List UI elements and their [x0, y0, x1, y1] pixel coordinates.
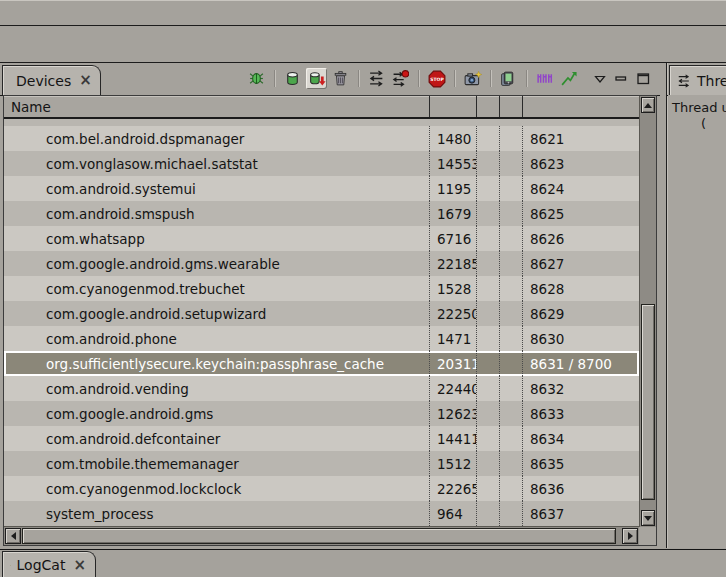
threads-message-line2: ( — [701, 116, 706, 131]
table-row[interactable]: com.android.smspush 1679 8625 — [4, 201, 639, 226]
cause-gc-icon[interactable] — [330, 68, 351, 89]
table-row[interactable]: com.google.android.setupwizard 22250 862… — [4, 301, 639, 326]
menu-item[interactable] — [48, 11, 70, 15]
process-name: com.vonglasow.michael.satstat — [4, 151, 430, 176]
screen-capture-icon[interactable] — [462, 68, 483, 89]
scroll-left-button[interactable] — [5, 528, 21, 544]
devices-toolbar: STOP — [246, 68, 650, 89]
tab-devices-label: Devices — [16, 73, 71, 89]
partial-row — [4, 119, 639, 126]
process-port: 8632 — [523, 376, 639, 401]
tab-devices[interactable]: Devices × — [2, 65, 101, 95]
process-name: com.whatsapp — [4, 226, 430, 251]
vertical-scrollbar[interactable] — [639, 96, 656, 527]
main-toolbar — [0, 26, 726, 63]
scroll-up-button[interactable] — [641, 97, 655, 113]
tab-threads[interactable]: Threads — [669, 65, 726, 95]
maximize-icon[interactable] — [637, 73, 650, 85]
empty-cell — [477, 151, 500, 176]
column-header-empty-1[interactable] — [477, 96, 500, 117]
table-row[interactable]: com.vonglasow.michael.satstat 14553 8623 — [4, 151, 639, 176]
empty-cell — [500, 376, 523, 401]
table-row[interactable]: com.android.defcontainer 14411 8634 — [4, 426, 639, 451]
column-header-port[interactable] — [523, 96, 639, 117]
column-header-name[interactable]: Name — [4, 96, 430, 117]
process-port: 8636 — [523, 476, 639, 501]
toolbar-separator — [526, 70, 527, 87]
table-row[interactable]: com.cyanogenmod.trebuchet 1528 8628 — [4, 276, 639, 301]
empty-cell — [477, 501, 500, 526]
table-row[interactable]: com.google.android.gms 12623 8633 — [4, 401, 639, 426]
process-name: com.google.android.setupwizard — [4, 301, 430, 326]
update-threads-icon[interactable] — [366, 68, 387, 89]
table-row[interactable]: com.android.phone 1471 8630 — [4, 326, 639, 351]
horizontal-scrollbar-thumb[interactable] — [22, 528, 616, 544]
menu-item[interactable] — [70, 11, 92, 15]
table-row[interactable]: com.cyanogenmod.lockclock 22265 8636 — [4, 476, 639, 501]
debug-process-icon[interactable] — [246, 68, 267, 89]
process-port: 8634 — [523, 426, 639, 451]
devices-table: Name com.bel.android.dspmanager 1480 — [3, 95, 657, 546]
table-row[interactable]: com.google.android.gms.wearable 22185 86… — [4, 251, 639, 276]
table-body: com.bel.android.dspmanager 1480 8621 com… — [4, 119, 639, 527]
process-pid: 22265 — [430, 476, 477, 501]
dump-view-hierarchy-icon[interactable] — [498, 68, 519, 89]
table-header: Name — [4, 96, 639, 119]
logcat-bar: LogCat × — [0, 549, 726, 577]
tab-logcat-label: LogCat — [17, 557, 66, 573]
empty-cell — [477, 176, 500, 201]
vertical-scrollbar-thumb[interactable] — [641, 304, 655, 500]
tab-threads-label: Threads — [697, 73, 726, 89]
scroll-down-button[interactable] — [641, 510, 655, 526]
table-row[interactable]: org.sufficientlysecure.keychain:passphra… — [4, 351, 639, 376]
empty-cell — [500, 276, 523, 301]
process-port: 8624 — [523, 176, 639, 201]
table-row[interactable]: com.whatsapp 6716 8626 — [4, 226, 639, 251]
start-method-profiling-icon[interactable] — [390, 68, 411, 89]
empty-cell — [500, 501, 523, 526]
empty-cell — [500, 176, 523, 201]
close-icon[interactable]: × — [73, 558, 86, 573]
process-port: 8625 — [523, 201, 639, 226]
scroll-right-button[interactable] — [622, 528, 638, 544]
table-row[interactable]: com.android.vending 22440 8632 — [4, 376, 639, 401]
empty-cell — [500, 476, 523, 501]
empty-cell — [477, 301, 500, 326]
table-row[interactable]: com.tmobile.thememanager 1512 8635 — [4, 451, 639, 476]
toolbar-separator — [454, 70, 455, 87]
empty-cell — [500, 351, 523, 376]
table-row[interactable]: system_process 964 8637 — [4, 501, 639, 526]
process-name: com.android.smspush — [4, 201, 430, 226]
process-pid: 22440 — [430, 376, 477, 401]
empty-cell — [500, 201, 523, 226]
dump-hprof-icon[interactable] — [306, 68, 327, 89]
capture-systrace-icon[interactable] — [534, 68, 555, 89]
process-name: com.android.phone — [4, 326, 430, 351]
process-port: 8627 — [523, 251, 639, 276]
horizontal-scrollbar[interactable] — [4, 526, 639, 545]
stop-process-icon[interactable]: STOP — [426, 68, 447, 89]
tab-logcat[interactable]: LogCat × — [2, 551, 96, 577]
process-name: system_process — [4, 501, 430, 526]
process-port: 8631 / 8700 — [523, 351, 639, 376]
process-name: com.bel.android.dspmanager — [4, 126, 430, 151]
menu-item[interactable] — [26, 11, 48, 15]
start-opengl-trace-icon[interactable] — [558, 68, 579, 89]
process-port: 8621 — [523, 126, 639, 151]
minimize-icon[interactable] — [615, 73, 628, 84]
table-row[interactable]: com.bel.android.dspmanager 1480 8621 — [4, 126, 639, 151]
empty-cell — [500, 151, 523, 176]
empty-cell — [477, 226, 500, 251]
close-icon[interactable]: × — [79, 73, 92, 88]
column-header-pid[interactable] — [430, 96, 477, 117]
process-name: com.google.android.gms.wearable — [4, 251, 430, 276]
update-heap-icon[interactable] — [282, 68, 303, 89]
menu-item[interactable] — [4, 11, 26, 15]
table-row[interactable]: com.android.systemui 1195 8624 — [4, 176, 639, 201]
empty-cell — [477, 201, 500, 226]
menu-item[interactable] — [92, 11, 114, 15]
column-header-empty-2[interactable] — [500, 96, 523, 117]
process-name: com.android.systemui — [4, 176, 430, 201]
eclipse-ddms-window: { "window": { "background": "#a5a29c", "… — [0, 0, 726, 577]
view-menu-icon[interactable] — [594, 74, 606, 84]
